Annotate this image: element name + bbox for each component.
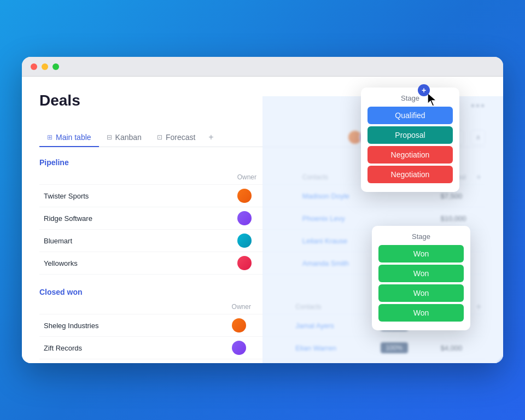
deal-name: Twister Sports	[39, 185, 233, 207]
deal-name: Sheleg Industries	[39, 314, 228, 337]
traffic-light-red[interactable]	[31, 63, 37, 70]
deal-name: Zift Records	[39, 337, 228, 359]
won-option-2[interactable]: Won	[378, 265, 464, 282]
won-dropdown-popup[interactable]: Stage Won Won Won Won	[372, 226, 470, 330]
won-option-4[interactable]: Won	[378, 304, 464, 322]
add-tab-button[interactable]: +	[203, 128, 219, 147]
deal-name: Ridge Software	[39, 207, 233, 230]
stage-option-negotiation-2[interactable]: Negotiation	[368, 166, 453, 183]
browser-chrome	[22, 57, 503, 77]
won-popup-title: Stage	[378, 232, 464, 241]
traffic-light-yellow[interactable]	[42, 63, 48, 70]
stage-option-qualified[interactable]: Qualified	[368, 107, 453, 124]
app-content: Deals ••• ⊞ Main table ⊟ Kanban ⊡ Foreca…	[22, 77, 503, 363]
stage-popup-title: Stage	[368, 94, 453, 102]
table-icon: ⊞	[47, 133, 52, 141]
won-option-3[interactable]: Won	[378, 284, 464, 302]
tab-forecast[interactable]: ⊡ Forecast	[149, 129, 203, 147]
svg-marker-0	[428, 93, 436, 106]
stage-dropdown-popup[interactable]: Stage Qualified Proposal Negotiation Neg…	[361, 88, 459, 192]
tab-kanban[interactable]: ⊟ Kanban	[99, 129, 149, 147]
avatar	[237, 234, 252, 248]
browser-window: Deals ••• ⊞ Main table ⊟ Kanban ⊡ Foreca…	[22, 57, 503, 363]
avatar	[232, 341, 246, 355]
page-title: Deals	[39, 92, 80, 109]
deal-name: Yelloworks	[39, 252, 233, 275]
stage-option-proposal[interactable]: Proposal	[368, 126, 453, 144]
avatar	[237, 256, 252, 270]
col-header-name	[39, 300, 228, 314]
tab-main-table[interactable]: ⊞ Main table	[39, 129, 99, 147]
kanban-icon: ⊟	[107, 133, 112, 141]
traffic-light-green[interactable]	[52, 63, 59, 70]
stage-option-negotiation-1[interactable]: Negotiation	[368, 146, 453, 164]
avatar	[237, 211, 252, 225]
avatar	[232, 318, 246, 332]
tabs-bar: ⊞ Main table ⊟ Kanban ⊡ Forecast +	[39, 128, 219, 147]
add-column-button[interactable]: +	[418, 84, 430, 96]
col-header-name	[39, 170, 233, 185]
won-option-1[interactable]: Won	[378, 245, 464, 262]
deal-name: Bluemart	[39, 230, 233, 252]
avatar	[237, 189, 252, 203]
forecast-icon: ⊡	[157, 133, 162, 141]
deal-name: Waissman Gallery	[39, 359, 228, 364]
